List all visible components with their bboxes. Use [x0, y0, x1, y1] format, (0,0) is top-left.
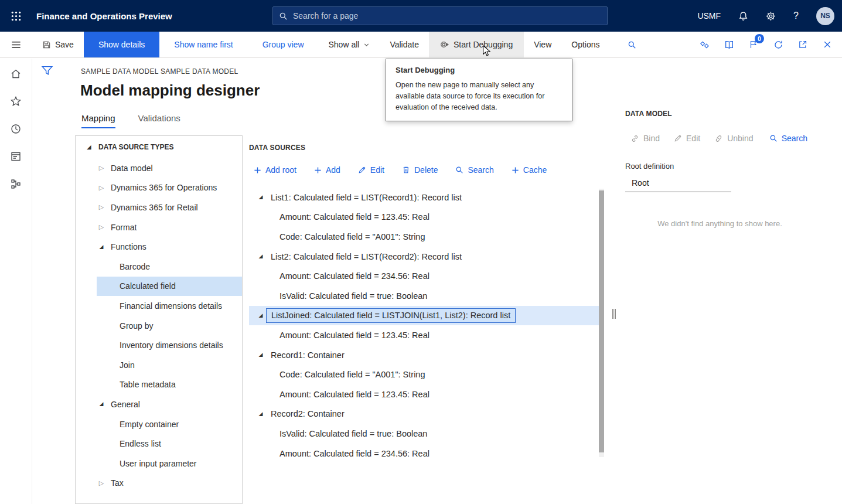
data-source-node-list2[interactable]: ◢List2: Calculated field = LIST(Record2)…: [249, 247, 599, 267]
validate-button[interactable]: Validate: [380, 32, 429, 57]
data-source-node-code[interactable]: Code: Calculated field = "A001": String: [249, 227, 599, 247]
popout-icon[interactable]: [790, 32, 815, 57]
group-view-button[interactable]: Group view: [248, 32, 319, 57]
expand-arrow-icon[interactable]: ▷: [97, 224, 105, 230]
gear-icon[interactable]: [766, 11, 776, 21]
source-type-item-empty-container[interactable]: Empty container: [97, 414, 242, 434]
data-source-node-amount[interactable]: Amount: Calculated field = 123.45: Real: [249, 384, 599, 404]
scrollbar[interactable]: [599, 189, 604, 457]
options-button[interactable]: Options: [561, 32, 609, 57]
source-type-item-user-input-parameter[interactable]: User input parameter: [97, 454, 242, 474]
form-icon[interactable]: [2, 142, 29, 170]
data-source-node-isvalid[interactable]: IsValid: Calculated field = true: Boolea…: [249, 424, 599, 444]
expand-arrow-icon[interactable]: ▷: [97, 204, 105, 210]
cache-button[interactable]: Cache: [503, 162, 555, 178]
source-type-label: Inventory dimensions details: [120, 340, 223, 350]
collapse-arrow-icon[interactable]: ◢: [257, 195, 265, 200]
expand-arrow-icon[interactable]: ▷: [97, 165, 105, 171]
data-source-node-list1[interactable]: ◢List1: Calculated field = LIST(Record1)…: [249, 188, 599, 207]
scrollbar-thumb[interactable]: [599, 190, 604, 452]
filter-icon[interactable]: [40, 64, 54, 77]
source-type-item-financial-dimensions-details[interactable]: Financial dimensions details: [97, 296, 242, 316]
tab-mapping[interactable]: Mapping: [81, 113, 115, 128]
panel-splitter-handle[interactable]: [612, 309, 616, 319]
help-button[interactable]: ?: [793, 11, 799, 21]
tab-validations[interactable]: Validations: [138, 113, 180, 128]
source-type-item-dynamics-365-for-retail[interactable]: ▷Dynamics 365 for Retail: [76, 197, 242, 217]
bind-button[interactable]: Bind: [625, 130, 667, 147]
home-icon[interactable]: [2, 60, 29, 87]
bell-icon[interactable]: [738, 11, 748, 21]
source-type-item-calculated-field[interactable]: Calculated field: [97, 277, 242, 297]
view-button[interactable]: View: [524, 32, 561, 57]
expand-arrow-icon[interactable]: ▷: [97, 480, 105, 486]
delete-button[interactable]: Delete: [393, 162, 446, 178]
source-type-item-endless-list[interactable]: Endless list: [97, 434, 242, 454]
data-source-label: Amount: Calculated field = 234.56: Real: [279, 271, 429, 281]
source-type-item-tax[interactable]: ▷Tax: [76, 474, 242, 493]
source-type-label: Data model: [111, 164, 153, 173]
expand-arrow-icon[interactable]: ▷: [97, 185, 105, 191]
data-source-label: Record2: Container: [271, 409, 345, 418]
hierarchy-icon[interactable]: [2, 170, 29, 197]
show-all-dropdown[interactable]: Show all: [319, 32, 380, 57]
source-type-label: User input parameter: [120, 459, 197, 468]
data-source-node-listjoined[interactable]: ◢ListJoined: Calculated field = LISTJOIN…: [249, 306, 599, 326]
edit-button[interactable]: Edit: [667, 130, 707, 147]
global-search-box[interactable]: [272, 6, 608, 25]
collapse-arrow-icon[interactable]: ◢: [257, 352, 265, 357]
source-type-item-dynamics-365-for-operations[interactable]: ▷Dynamics 365 for Operations: [76, 178, 242, 198]
refresh-icon[interactable]: [766, 32, 790, 57]
data-source-node-amount[interactable]: Amount: Calculated field = 234.56: Real: [249, 444, 599, 464]
source-type-item-group-by[interactable]: Group by: [97, 316, 242, 336]
data-source-node-record1[interactable]: ◢Record1: Container: [249, 345, 599, 365]
collapse-arrow-icon[interactable]: ◢: [97, 244, 105, 250]
edit-button[interactable]: Edit: [349, 162, 393, 178]
source-type-label: Dynamics 365 for Retail: [111, 203, 198, 212]
company-selector[interactable]: USMF: [697, 11, 721, 21]
collapse-arrow-icon[interactable]: ◢: [85, 145, 93, 150]
show-name-first-button[interactable]: Show name first: [159, 32, 247, 57]
add-button[interactable]: Add: [305, 162, 349, 178]
collapse-arrow-icon[interactable]: ◢: [257, 313, 265, 318]
root-definition-label: Root definition: [625, 162, 814, 171]
star-icon[interactable]: [2, 87, 29, 115]
search-button[interactable]: Search: [446, 162, 502, 178]
diamonds-icon[interactable]: [692, 32, 717, 57]
book-icon[interactable]: [717, 32, 741, 57]
data-source-node-amount[interactable]: Amount: Calculated field = 234.56: Real: [249, 266, 599, 286]
delete-icon: [402, 166, 410, 174]
global-search-input[interactable]: [293, 11, 601, 21]
save-button[interactable]: Save: [32, 32, 84, 57]
data-source-node-record2[interactable]: ◢Record2: Container: [249, 404, 599, 424]
nav-menu-icon[interactable]: [0, 32, 32, 57]
app-launcher-icon[interactable]: [0, 0, 32, 32]
unbind-button[interactable]: Unbind: [707, 130, 760, 147]
flag-icon[interactable]: 0: [741, 32, 766, 57]
bind-icon: [630, 134, 639, 143]
source-type-item-table-metadata[interactable]: Table metadata: [97, 375, 242, 395]
collapse-arrow-icon[interactable]: ◢: [97, 401, 105, 407]
source-type-item-data-model[interactable]: ▷Data model: [76, 158, 242, 178]
action-pane-search-icon[interactable]: [619, 32, 645, 57]
source-type-item-general[interactable]: ◢General: [76, 394, 242, 414]
data-source-node-amount[interactable]: Amount: Calculated field = 123.45: Real: [249, 207, 599, 227]
add-root-button[interactable]: Add root: [249, 162, 305, 178]
root-definition-input[interactable]: Root: [625, 176, 731, 192]
data-source-node-isvalid[interactable]: IsValid: Calculated field = true: Boolea…: [249, 286, 599, 306]
data-source-node-amount[interactable]: Amount: Calculated field = 123.45: Real: [249, 325, 599, 345]
avatar[interactable]: NS: [816, 7, 834, 25]
search-button[interactable]: Search: [762, 130, 814, 147]
clock-icon[interactable]: [2, 115, 29, 142]
close-icon[interactable]: [815, 32, 840, 57]
source-type-item-format[interactable]: ▷Format: [76, 217, 242, 237]
source-type-item-inventory-dimensions-details[interactable]: Inventory dimensions details: [97, 335, 242, 355]
source-type-item-join[interactable]: Join: [97, 355, 242, 375]
source-type-item-functions[interactable]: ◢Functions: [76, 237, 242, 257]
data-source-node-code[interactable]: Code: Calculated field = "A001": String: [249, 365, 599, 384]
collapse-arrow-icon[interactable]: ◢: [257, 254, 265, 259]
collapse-arrow-icon[interactable]: ◢: [257, 411, 265, 417]
show-details-button[interactable]: Show details: [84, 32, 159, 57]
start-debugging-button[interactable]: Start Debugging: [429, 32, 524, 57]
source-type-item-barcode[interactable]: Barcode: [97, 257, 242, 277]
